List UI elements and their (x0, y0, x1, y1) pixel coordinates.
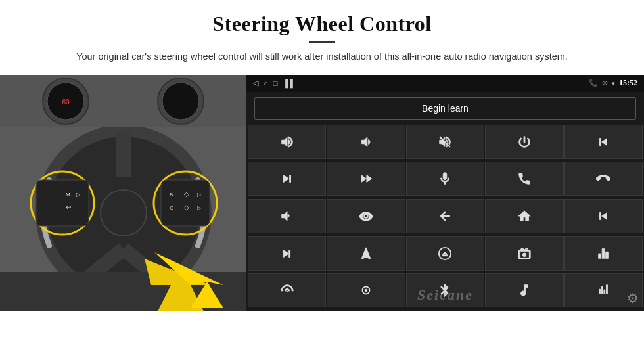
location-status-icon: ⦿ (602, 80, 608, 87)
svg-text:▷: ▷ (76, 192, 81, 198)
begin-learn-row: Begin learn (246, 92, 644, 125)
home-nav-icon[interactable]: ○ (264, 79, 268, 87)
begin-learn-button[interactable]: Begin learn (254, 97, 636, 120)
prev-track-button[interactable] (564, 125, 643, 159)
svg-text:▷: ▷ (197, 192, 202, 198)
voice-button[interactable] (248, 273, 326, 307)
eq-button[interactable] (564, 236, 643, 271)
back-nav-icon[interactable]: ◁ (253, 79, 258, 87)
title-divider (309, 41, 335, 43)
radio-button[interactable] (485, 236, 563, 271)
content-row: 60 + M - ↩ ▷ B ◇ ▷ ⊙ (0, 75, 644, 360)
page-title: Steering Wheel Control (26, 12, 618, 36)
svg-point-31 (364, 214, 368, 218)
vol-up-button[interactable] (248, 125, 326, 159)
svg-point-7 (101, 190, 147, 236)
recents-nav-icon[interactable]: □ (273, 79, 278, 87)
status-bar-right: 📞 ⦿ ▾ 15:52 (589, 78, 637, 88)
next-track-button[interactable] (248, 162, 326, 196)
eject-button[interactable] (406, 236, 484, 271)
phone-button[interactable] (485, 162, 563, 196)
horn-button[interactable] (248, 199, 326, 233)
phone-status-icon: 📞 (589, 79, 598, 87)
svg-rect-23 (161, 180, 210, 226)
svg-text:60: 60 (62, 99, 70, 106)
status-bar: ◁ ○ □ ▐▐ 📞 ⦿ ▾ 15:52 (246, 75, 644, 92)
svg-rect-33 (443, 254, 448, 256)
controls-grid (246, 125, 644, 311)
header-section: Steering Wheel Control Your original car… (0, 0, 644, 70)
back-button[interactable] (406, 199, 484, 233)
skip-fwd-button[interactable] (327, 162, 405, 196)
status-bar-left: ◁ ○ □ ▐▐ (253, 79, 293, 87)
music-button[interactable] (485, 273, 563, 307)
svg-text:M: M (66, 192, 70, 198)
bluetooth-button[interactable] (406, 273, 484, 307)
svg-text:-: - (47, 204, 49, 211)
mic-button[interactable] (406, 162, 484, 196)
vol-mute-button[interactable] (406, 125, 484, 159)
svg-point-14 (162, 83, 199, 120)
hang-up-button[interactable] (564, 162, 643, 196)
settings-ring-button[interactable] (327, 273, 405, 307)
svg-point-34 (522, 253, 526, 257)
sim-icon: ▐▐ (283, 79, 293, 87)
power-button[interactable] (485, 125, 563, 159)
camera360-button[interactable] (327, 199, 405, 233)
svg-rect-9 (0, 75, 246, 127)
subtitle-text: Your original car's steering wheel contr… (72, 50, 572, 64)
wifi-status-icon: ▾ (612, 80, 615, 87)
car-image-panel: 60 + M - ↩ ▷ B ◇ ▷ ⊙ (0, 75, 246, 311)
page-container: Steering Wheel Control Your original car… (0, 0, 644, 360)
svg-text:B: B (170, 192, 173, 198)
prev-chapter-button[interactable] (564, 199, 643, 233)
svg-text:◇: ◇ (184, 191, 189, 198)
svg-text:▷: ▷ (197, 205, 202, 211)
gear-settings-icon[interactable]: ⚙ (627, 290, 639, 306)
status-time: 15:52 (619, 78, 637, 88)
svg-text:+: + (47, 191, 51, 198)
home-button[interactable] (485, 199, 563, 233)
nav-button[interactable] (327, 236, 405, 271)
svg-text:↩: ↩ (66, 204, 71, 211)
svg-rect-16 (36, 180, 89, 226)
android-panel: ◁ ○ □ ▐▐ 📞 ⦿ ▾ 15:52 (246, 75, 644, 311)
svg-text:◇: ◇ (184, 204, 189, 211)
svg-point-36 (365, 289, 367, 292)
next-chapter-button[interactable] (248, 236, 326, 271)
svg-text:⊙: ⊙ (170, 205, 174, 211)
vol-down-button[interactable] (327, 125, 405, 159)
